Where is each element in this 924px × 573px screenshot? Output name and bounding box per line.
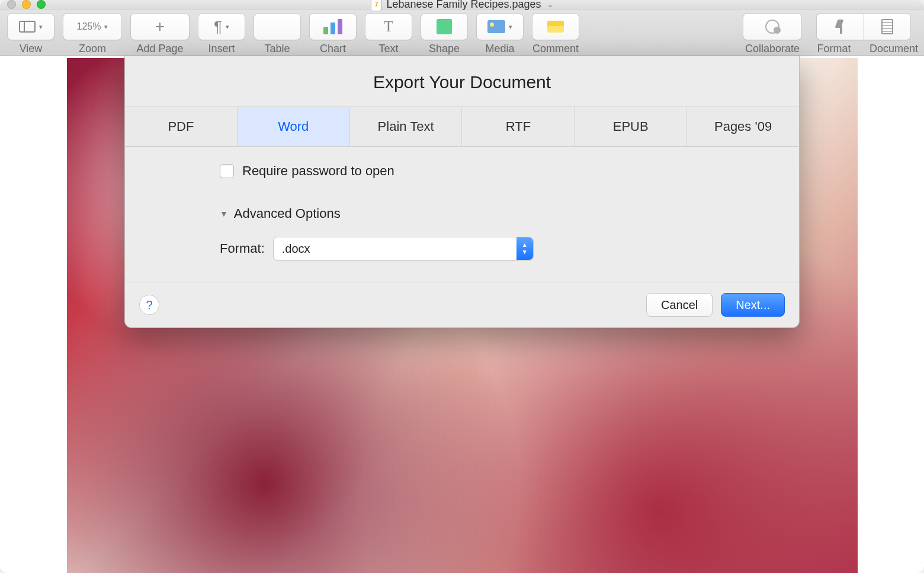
chevron-down-icon: ▾ xyxy=(226,23,229,31)
media-tool: ▾ Media xyxy=(476,13,524,55)
tab-pdf[interactable]: PDF xyxy=(125,107,238,146)
shape-icon xyxy=(437,19,452,34)
export-title: Export Your Document xyxy=(125,56,799,107)
comment-icon xyxy=(547,21,564,33)
collaborate-icon xyxy=(765,20,779,34)
format-select-value: .docx xyxy=(282,242,310,256)
help-button[interactable]: ? xyxy=(139,295,159,315)
shape-label: Shape xyxy=(429,43,460,55)
format-label: Format: xyxy=(220,241,265,256)
view-icon xyxy=(19,21,36,33)
disclosure-triangle-icon: ▼ xyxy=(220,209,228,218)
text-label: Text xyxy=(378,43,398,55)
text-button[interactable]: T xyxy=(365,13,412,40)
zoom-tool: 125% ▾ Zoom xyxy=(63,13,122,55)
window-title-area: Lebanese Family Recipes.pages ⌄ xyxy=(0,0,924,11)
next-label: Next... xyxy=(736,298,770,312)
maximize-window-button[interactable] xyxy=(37,0,46,9)
chevron-down-icon: ▾ xyxy=(509,23,512,31)
collaborate-label: Collaborate xyxy=(745,43,800,55)
view-button[interactable]: ▾ xyxy=(7,13,54,40)
add-page-label: Add Page xyxy=(136,43,183,55)
title-dropdown-icon[interactable]: ⌄ xyxy=(547,1,553,9)
require-password-checkbox[interactable] xyxy=(220,164,234,178)
titlebar: Lebanese Family Recipes.pages ⌄ xyxy=(0,0,924,9)
chevron-down-icon: ▾ xyxy=(39,23,43,31)
require-password-row: Require password to open xyxy=(220,163,758,179)
chart-label: Chart xyxy=(320,43,346,55)
advanced-options-label: Advanced Options xyxy=(234,206,341,221)
paintbrush-icon xyxy=(834,20,847,34)
add-page-button[interactable]: + xyxy=(130,13,190,40)
add-page-tool: + Add Page xyxy=(130,13,190,55)
document-icon xyxy=(371,0,381,11)
view-tool: ▾ View xyxy=(7,13,54,55)
tab-pages-09[interactable]: Pages '09 xyxy=(687,107,799,146)
window-title: Lebanese Family Recipes.pages xyxy=(386,0,541,11)
shape-tool: Shape xyxy=(421,13,468,55)
cancel-button[interactable]: Cancel xyxy=(646,293,713,317)
chevron-down-icon: ▾ xyxy=(104,23,108,31)
inspector-tools: Format Document xyxy=(810,13,917,55)
chart-tool: Chart xyxy=(309,13,357,55)
media-button[interactable]: ▾ xyxy=(476,13,524,40)
export-sheet: Export Your Document PDF Word Plain Text… xyxy=(124,56,800,328)
collaborate-tool: Collaborate xyxy=(743,13,802,55)
insert-tool: ¶ ▾ Insert xyxy=(198,13,245,55)
insert-label: Insert xyxy=(208,43,235,55)
advanced-options-toggle[interactable]: ▼ Advanced Options xyxy=(220,206,758,221)
media-label: Media xyxy=(485,43,514,55)
comment-tool: Comment xyxy=(532,13,579,55)
tab-word[interactable]: Word xyxy=(238,107,350,146)
comment-button[interactable] xyxy=(532,13,579,40)
text-icon: T xyxy=(384,18,393,36)
comment-label: Comment xyxy=(532,43,579,55)
insert-button[interactable]: ¶ ▾ xyxy=(198,13,245,40)
toolbar: ▾ View 125% ▾ Zoom + Add Page ¶ ▾ Insert xyxy=(0,9,924,56)
view-label: View xyxy=(20,43,43,55)
app-window: Lebanese Family Recipes.pages ⌄ ▾ View 1… xyxy=(0,0,924,573)
require-password-label: Require password to open xyxy=(242,163,394,179)
format-row: Format: .docx ▲▼ xyxy=(220,237,758,260)
cancel-label: Cancel xyxy=(661,298,698,312)
tab-rtf[interactable]: RTF xyxy=(462,107,575,146)
close-window-button[interactable] xyxy=(7,0,16,9)
format-label: Format xyxy=(810,43,858,55)
select-stepper-icon: ▲▼ xyxy=(516,237,533,260)
window-controls xyxy=(7,0,46,9)
table-icon xyxy=(267,17,287,37)
help-icon: ? xyxy=(146,298,152,312)
table-button[interactable] xyxy=(254,13,301,40)
shape-button[interactable] xyxy=(421,13,468,40)
collaborate-button[interactable] xyxy=(743,13,802,40)
plus-icon: + xyxy=(155,18,165,35)
zoom-label: Zoom xyxy=(79,43,106,55)
document-settings-icon xyxy=(881,19,893,34)
document-canvas: Export Your Document PDF Word Plain Text… xyxy=(0,56,924,573)
zoom-button[interactable]: 125% ▾ xyxy=(63,13,122,40)
table-label: Table xyxy=(264,43,290,55)
media-icon xyxy=(487,20,505,33)
export-format-tabs: PDF Word Plain Text RTF EPUB Pages '09 xyxy=(125,107,799,147)
zoom-value: 125% xyxy=(77,21,101,32)
minimize-window-button[interactable] xyxy=(22,0,31,9)
format-button[interactable] xyxy=(816,13,864,40)
next-button[interactable]: Next... xyxy=(721,293,785,317)
chart-button[interactable] xyxy=(309,13,357,40)
export-footer: ? Cancel Next... xyxy=(125,282,799,327)
export-body: Require password to open ▼ Advanced Opti… xyxy=(125,147,799,282)
paragraph-icon: ¶ xyxy=(214,18,222,36)
table-tool: Table xyxy=(254,13,301,55)
tab-epub[interactable]: EPUB xyxy=(575,107,687,146)
chart-icon xyxy=(323,19,342,34)
document-label: Document xyxy=(870,43,917,55)
document-button[interactable] xyxy=(864,13,911,40)
text-tool: T Text xyxy=(365,13,412,55)
tab-plain-text[interactable]: Plain Text xyxy=(350,107,463,146)
format-select[interactable]: .docx ▲▼ xyxy=(273,237,534,260)
